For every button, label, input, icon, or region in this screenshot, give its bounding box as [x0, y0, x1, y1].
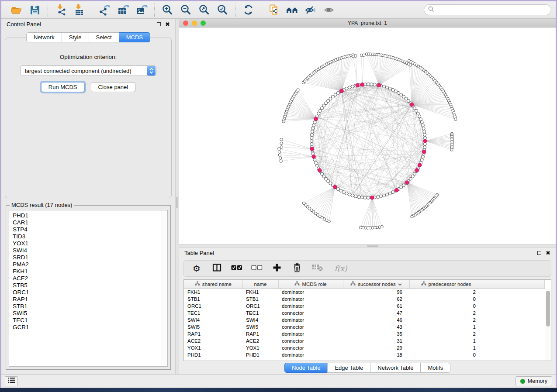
scrollbar-thumb[interactable] [546, 291, 550, 327]
table-cell[interactable]: 1 [409, 323, 483, 330]
table-row[interactable]: TEC1TEC1connector472 [184, 309, 545, 316]
open-session-button[interactable] [8, 3, 25, 17]
table-cell[interactable]: SWI5 [242, 323, 278, 330]
network-graph[interactable] [179, 28, 556, 244]
new-network-from-selection-button[interactable] [266, 3, 282, 17]
tab-network[interactable]: Network [26, 32, 62, 42]
tab-edge-table[interactable]: Edge Table [327, 363, 370, 373]
table-row[interactable]: ACE2ACE2connector311 [184, 337, 545, 344]
close-panel-icon[interactable]: ✖ [165, 21, 170, 27]
table-cell[interactable]: 96 [343, 289, 409, 296]
column-header-predecessor-nodes[interactable]: predecessor nodes [409, 280, 483, 289]
save-session-button[interactable] [27, 3, 43, 17]
mcds-result-item[interactable]: STB5 [13, 282, 159, 289]
table-cell[interactable]: 61 [343, 303, 409, 309]
table-cell[interactable]: dominator [278, 351, 343, 358]
table-cell[interactable]: TEC1 [242, 309, 278, 316]
show-all-button[interactable] [321, 3, 337, 17]
vertical-splitter[interactable] [175, 19, 179, 374]
memory-button[interactable]: Memory [515, 376, 552, 386]
table-cell[interactable]: 0 [409, 303, 483, 309]
close-panel-icon[interactable]: ✖ [546, 250, 550, 256]
table-cell[interactable]: dominator [278, 330, 343, 337]
mcds-hub-node[interactable] [356, 83, 360, 87]
table-row[interactable]: RAP1RAP1dominator352 [184, 330, 545, 337]
table-row[interactable]: FKH1FKH1dominator962 [184, 289, 545, 296]
table-cell[interactable]: 46 [343, 316, 409, 323]
export-network-button[interactable] [97, 3, 113, 17]
table-cell[interactable]: 2 [409, 309, 483, 316]
splitter-grip[interactable] [176, 197, 178, 208]
tab-style[interactable]: Style [62, 32, 89, 42]
float-panel-icon[interactable] [157, 22, 161, 26]
mcds-result-item[interactable]: STP4 [13, 226, 159, 233]
list-scrollbar[interactable] [162, 210, 167, 366]
table-row[interactable]: STB1STB1dominator620 [184, 296, 545, 303]
mcds-result-item[interactable]: FKH1 [13, 268, 159, 275]
function-builder-button[interactable]: f(x) [332, 263, 350, 274]
splitter-grip[interactable] [367, 245, 378, 247]
table-row[interactable]: PHD1PHD1dominator180 [184, 351, 545, 358]
mcds-result-item[interactable]: ORC1 [13, 289, 159, 296]
mcds-hub-node[interactable] [418, 163, 422, 167]
maximize-window-icon[interactable] [201, 21, 206, 26]
table-row[interactable]: ORC1ORC1dominator610 [184, 303, 545, 309]
table-cell[interactable]: ORC1 [184, 303, 242, 309]
add-column-button[interactable] [271, 263, 283, 274]
table-cell[interactable]: dominator [278, 289, 343, 296]
table-cell[interactable]: SWI4 [184, 316, 242, 323]
table-cell[interactable]: connector [278, 323, 343, 330]
mcds-hub-node[interactable] [415, 168, 419, 172]
mcds-hub-node[interactable] [310, 147, 314, 151]
mcds-hub-node[interactable] [318, 168, 322, 172]
zoom-selected-button[interactable] [214, 3, 231, 17]
table-row[interactable]: SWI5SWI5connector431 [184, 323, 545, 330]
table-cell[interactable]: 35 [343, 330, 409, 337]
float-panel-icon[interactable] [537, 251, 541, 255]
mcds-hub-node[interactable] [370, 196, 374, 199]
search-input[interactable] [437, 7, 547, 14]
table-cell[interactable]: PHD1 [242, 351, 278, 358]
table-cell[interactable]: 29 [343, 344, 409, 351]
table-cell[interactable]: connector [278, 337, 343, 344]
table-cell[interactable]: dominator [278, 316, 343, 323]
mcds-result-item[interactable]: TEC1 [13, 317, 159, 324]
mcds-hub-node[interactable] [423, 139, 427, 143]
criterion-dropdown[interactable]: largest connected component (undirected) [20, 65, 156, 76]
table-cell[interactable]: FKH1 [242, 289, 278, 296]
table-cell[interactable]: STB1 [184, 296, 242, 303]
table-cell[interactable]: 43 [343, 323, 409, 330]
mcds-result-item[interactable]: PHD1 [13, 212, 159, 219]
mcds-result-item[interactable]: SWI4 [13, 247, 159, 254]
table-settings-button[interactable]: ⚙ [191, 263, 202, 274]
table-cell[interactable]: connector [278, 309, 343, 316]
network-window-titlebar[interactable]: YPA_prune.txt_1 [179, 19, 556, 28]
table-cell[interactable]: 2 [409, 316, 483, 323]
mcds-hub-node[interactable] [333, 185, 337, 189]
table-cell[interactable]: PHD1 [184, 351, 242, 358]
first-neighbors-button[interactable] [284, 3, 301, 17]
table-cell[interactable]: connector [278, 344, 343, 351]
mcds-result-item[interactable]: RAP1 [13, 296, 159, 303]
column-header-successor-nodes[interactable]: successor nodes [343, 280, 409, 289]
table-cell[interactable]: 18 [343, 351, 409, 358]
tab-node-table[interactable]: Node Table [284, 363, 328, 373]
table-cell[interactable]: ACE2 [242, 337, 278, 344]
table-cell[interactable]: SWI5 [184, 323, 242, 330]
mcds-result-item[interactable]: CAR1 [13, 219, 159, 226]
select-all-columns-button[interactable] [231, 263, 242, 274]
deselect-all-columns-button[interactable] [251, 263, 263, 274]
zoom-in-button[interactable] [159, 3, 176, 17]
delete-column-button[interactable] [291, 263, 303, 274]
table-cell[interactable]: 1 [409, 344, 483, 351]
table-cell[interactable]: TEC1 [184, 309, 242, 316]
tab-select[interactable]: Select [89, 32, 119, 42]
mcds-result-item[interactable]: SRD1 [13, 254, 159, 261]
mcds-hub-node[interactable] [377, 83, 381, 87]
table-cell[interactable]: SWI4 [242, 316, 278, 323]
mcds-result-item[interactable]: SWI5 [13, 310, 159, 317]
mcds-hub-node[interactable] [314, 117, 318, 121]
mcds-hub-node[interactable] [340, 89, 344, 93]
task-history-button[interactable] [5, 376, 18, 386]
network-view[interactable] [179, 28, 556, 244]
